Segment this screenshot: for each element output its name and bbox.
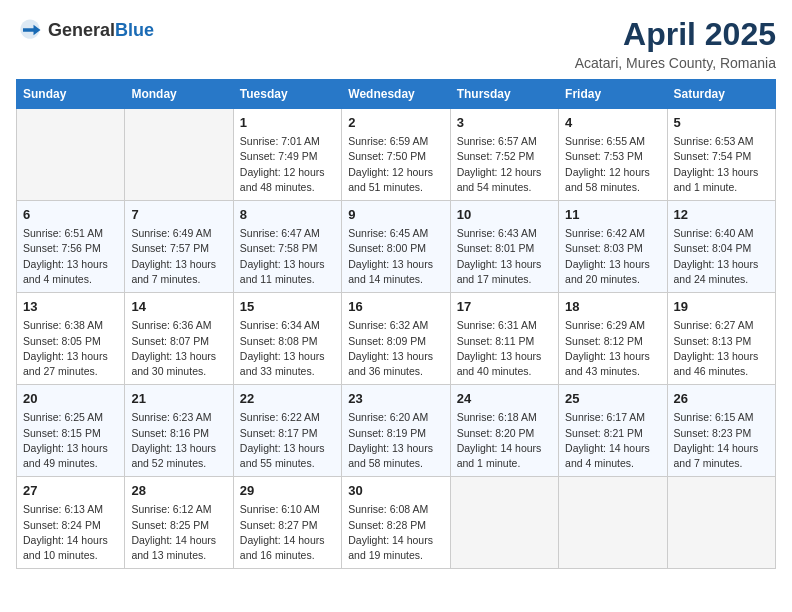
day-info: Sunrise: 6:49 AMSunset: 7:57 PMDaylight:… — [131, 226, 226, 287]
day-number: 10 — [457, 206, 552, 224]
calendar-header-row: SundayMondayTuesdayWednesdayThursdayFrid… — [17, 80, 776, 109]
day-number: 4 — [565, 114, 660, 132]
day-info: Sunrise: 6:57 AMSunset: 7:52 PMDaylight:… — [457, 134, 552, 195]
calendar-cell: 16Sunrise: 6:32 AMSunset: 8:09 PMDayligh… — [342, 293, 450, 385]
day-number: 12 — [674, 206, 769, 224]
day-number: 18 — [565, 298, 660, 316]
day-info: Sunrise: 6:43 AMSunset: 8:01 PMDaylight:… — [457, 226, 552, 287]
calendar-cell — [667, 477, 775, 569]
day-info: Sunrise: 6:12 AMSunset: 8:25 PMDaylight:… — [131, 502, 226, 563]
day-info: Sunrise: 6:51 AMSunset: 7:56 PMDaylight:… — [23, 226, 118, 287]
calendar-cell: 29Sunrise: 6:10 AMSunset: 8:27 PMDayligh… — [233, 477, 341, 569]
calendar-cell: 1Sunrise: 7:01 AMSunset: 7:49 PMDaylight… — [233, 109, 341, 201]
day-number: 16 — [348, 298, 443, 316]
day-info: Sunrise: 6:20 AMSunset: 8:19 PMDaylight:… — [348, 410, 443, 471]
calendar-cell: 24Sunrise: 6:18 AMSunset: 8:20 PMDayligh… — [450, 385, 558, 477]
calendar-cell: 22Sunrise: 6:22 AMSunset: 8:17 PMDayligh… — [233, 385, 341, 477]
logo-blue: Blue — [115, 20, 154, 40]
day-info: Sunrise: 6:13 AMSunset: 8:24 PMDaylight:… — [23, 502, 118, 563]
column-header-saturday: Saturday — [667, 80, 775, 109]
calendar-cell: 30Sunrise: 6:08 AMSunset: 8:28 PMDayligh… — [342, 477, 450, 569]
calendar-cell: 14Sunrise: 6:36 AMSunset: 8:07 PMDayligh… — [125, 293, 233, 385]
day-number: 14 — [131, 298, 226, 316]
day-number: 11 — [565, 206, 660, 224]
day-info: Sunrise: 6:36 AMSunset: 8:07 PMDaylight:… — [131, 318, 226, 379]
logo-text: GeneralBlue — [48, 21, 154, 40]
day-number: 13 — [23, 298, 118, 316]
calendar-cell: 11Sunrise: 6:42 AMSunset: 8:03 PMDayligh… — [559, 201, 667, 293]
calendar-cell: 18Sunrise: 6:29 AMSunset: 8:12 PMDayligh… — [559, 293, 667, 385]
day-info: Sunrise: 6:32 AMSunset: 8:09 PMDaylight:… — [348, 318, 443, 379]
calendar-week-row: 6Sunrise: 6:51 AMSunset: 7:56 PMDaylight… — [17, 201, 776, 293]
day-number: 15 — [240, 298, 335, 316]
day-info: Sunrise: 6:27 AMSunset: 8:13 PMDaylight:… — [674, 318, 769, 379]
calendar-cell: 15Sunrise: 6:34 AMSunset: 8:08 PMDayligh… — [233, 293, 341, 385]
calendar-cell: 9Sunrise: 6:45 AMSunset: 8:00 PMDaylight… — [342, 201, 450, 293]
calendar-cell: 28Sunrise: 6:12 AMSunset: 8:25 PMDayligh… — [125, 477, 233, 569]
day-number: 21 — [131, 390, 226, 408]
day-number: 9 — [348, 206, 443, 224]
day-number: 19 — [674, 298, 769, 316]
calendar-cell: 7Sunrise: 6:49 AMSunset: 7:57 PMDaylight… — [125, 201, 233, 293]
calendar-cell: 20Sunrise: 6:25 AMSunset: 8:15 PMDayligh… — [17, 385, 125, 477]
calendar-table: SundayMondayTuesdayWednesdayThursdayFrid… — [16, 79, 776, 569]
day-info: Sunrise: 6:38 AMSunset: 8:05 PMDaylight:… — [23, 318, 118, 379]
calendar-cell: 17Sunrise: 6:31 AMSunset: 8:11 PMDayligh… — [450, 293, 558, 385]
day-info: Sunrise: 6:18 AMSunset: 8:20 PMDaylight:… — [457, 410, 552, 471]
day-number: 3 — [457, 114, 552, 132]
location-subtitle: Acatari, Mures County, Romania — [575, 55, 776, 71]
logo-general: General — [48, 20, 115, 40]
calendar-cell: 27Sunrise: 6:13 AMSunset: 8:24 PMDayligh… — [17, 477, 125, 569]
day-info: Sunrise: 6:45 AMSunset: 8:00 PMDaylight:… — [348, 226, 443, 287]
column-header-friday: Friday — [559, 80, 667, 109]
day-info: Sunrise: 6:31 AMSunset: 8:11 PMDaylight:… — [457, 318, 552, 379]
logo: GeneralBlue — [16, 16, 154, 44]
calendar-cell: 19Sunrise: 6:27 AMSunset: 8:13 PMDayligh… — [667, 293, 775, 385]
day-info: Sunrise: 6:08 AMSunset: 8:28 PMDaylight:… — [348, 502, 443, 563]
day-info: Sunrise: 6:42 AMSunset: 8:03 PMDaylight:… — [565, 226, 660, 287]
day-info: Sunrise: 6:34 AMSunset: 8:08 PMDaylight:… — [240, 318, 335, 379]
day-number: 29 — [240, 482, 335, 500]
day-number: 8 — [240, 206, 335, 224]
calendar-cell: 26Sunrise: 6:15 AMSunset: 8:23 PMDayligh… — [667, 385, 775, 477]
title-area: April 2025 Acatari, Mures County, Romani… — [575, 16, 776, 71]
calendar-cell: 8Sunrise: 6:47 AMSunset: 7:58 PMDaylight… — [233, 201, 341, 293]
calendar-cell: 2Sunrise: 6:59 AMSunset: 7:50 PMDaylight… — [342, 109, 450, 201]
day-number: 2 — [348, 114, 443, 132]
calendar-cell: 5Sunrise: 6:53 AMSunset: 7:54 PMDaylight… — [667, 109, 775, 201]
column-header-thursday: Thursday — [450, 80, 558, 109]
day-number: 26 — [674, 390, 769, 408]
day-info: Sunrise: 6:55 AMSunset: 7:53 PMDaylight:… — [565, 134, 660, 195]
day-info: Sunrise: 6:29 AMSunset: 8:12 PMDaylight:… — [565, 318, 660, 379]
calendar-week-row: 1Sunrise: 7:01 AMSunset: 7:49 PMDaylight… — [17, 109, 776, 201]
day-number: 28 — [131, 482, 226, 500]
calendar-cell — [125, 109, 233, 201]
logo-icon — [16, 16, 44, 44]
day-info: Sunrise: 6:15 AMSunset: 8:23 PMDaylight:… — [674, 410, 769, 471]
calendar-cell: 4Sunrise: 6:55 AMSunset: 7:53 PMDaylight… — [559, 109, 667, 201]
column-header-monday: Monday — [125, 80, 233, 109]
day-info: Sunrise: 6:40 AMSunset: 8:04 PMDaylight:… — [674, 226, 769, 287]
day-number: 30 — [348, 482, 443, 500]
calendar-cell — [559, 477, 667, 569]
day-info: Sunrise: 6:22 AMSunset: 8:17 PMDaylight:… — [240, 410, 335, 471]
calendar-cell: 12Sunrise: 6:40 AMSunset: 8:04 PMDayligh… — [667, 201, 775, 293]
calendar-cell: 13Sunrise: 6:38 AMSunset: 8:05 PMDayligh… — [17, 293, 125, 385]
column-header-wednesday: Wednesday — [342, 80, 450, 109]
calendar-cell: 23Sunrise: 6:20 AMSunset: 8:19 PMDayligh… — [342, 385, 450, 477]
day-info: Sunrise: 7:01 AMSunset: 7:49 PMDaylight:… — [240, 134, 335, 195]
day-info: Sunrise: 6:47 AMSunset: 7:58 PMDaylight:… — [240, 226, 335, 287]
day-info: Sunrise: 6:53 AMSunset: 7:54 PMDaylight:… — [674, 134, 769, 195]
calendar-cell: 25Sunrise: 6:17 AMSunset: 8:21 PMDayligh… — [559, 385, 667, 477]
day-info: Sunrise: 6:23 AMSunset: 8:16 PMDaylight:… — [131, 410, 226, 471]
day-number: 5 — [674, 114, 769, 132]
day-info: Sunrise: 6:17 AMSunset: 8:21 PMDaylight:… — [565, 410, 660, 471]
day-number: 1 — [240, 114, 335, 132]
day-number: 7 — [131, 206, 226, 224]
calendar-week-row: 13Sunrise: 6:38 AMSunset: 8:05 PMDayligh… — [17, 293, 776, 385]
day-number: 27 — [23, 482, 118, 500]
calendar-cell: 10Sunrise: 6:43 AMSunset: 8:01 PMDayligh… — [450, 201, 558, 293]
day-number: 20 — [23, 390, 118, 408]
day-number: 17 — [457, 298, 552, 316]
day-number: 22 — [240, 390, 335, 408]
